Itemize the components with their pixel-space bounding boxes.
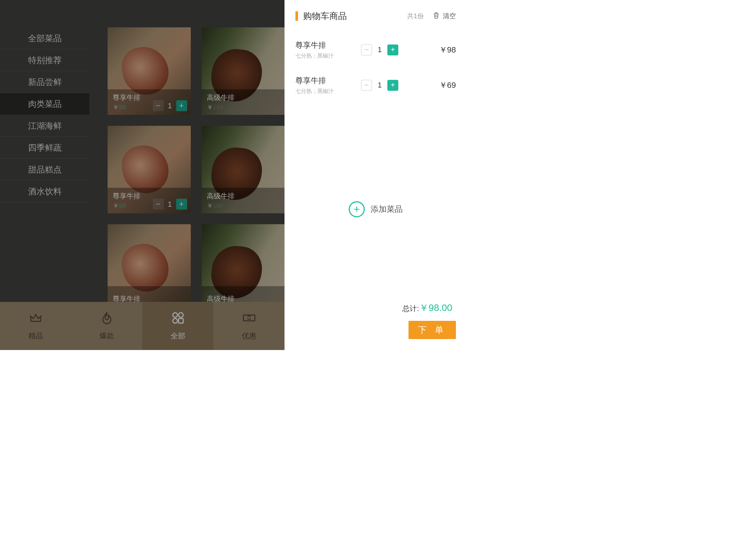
cart-item-name: 尊享牛排: [295, 40, 361, 50]
bottom-nav-hot[interactable]: 爆款: [71, 302, 142, 350]
svg-point-1: [178, 313, 183, 318]
sidebar-item-drinks[interactable]: 酒水饮料: [0, 180, 89, 202]
order-label: 下 单: [418, 324, 447, 336]
category-sidebar: 全部菜品 特别推荐 新品尝鲜 肉类菜品 江湖海鲜 四季鲜蔬 甜品糕点 酒水饮料: [0, 0, 89, 302]
sidebar-item-label: 四季鲜蔬: [28, 143, 62, 152]
sidebar-item-label: 江湖海鲜: [28, 121, 62, 131]
bottom-nav-label: 优惠: [242, 331, 256, 341]
cart-item-name: 尊享牛排: [295, 75, 361, 86]
ticket-icon: [242, 311, 256, 327]
cart-item-price: ￥69: [439, 80, 456, 91]
dish-plus-button[interactable]: +: [176, 100, 187, 111]
cart-item-list: 尊享牛排 七分熟；黑椒汁 − 1 + ￥98 尊享牛排 七分熟；黑椒汁 − 1: [285, 28, 467, 106]
add-dish-label: 添加菜品: [371, 204, 403, 215]
bottom-nav: 精品 爆款 全部 优惠: [0, 302, 285, 350]
dish-card[interactable]: 高级牛排: [202, 224, 285, 302]
bottom-nav-label: 全部: [171, 331, 185, 341]
dish-minus-button[interactable]: −: [153, 100, 164, 111]
plus-circle-icon: +: [349, 201, 365, 217]
dish-card[interactable]: 尊享牛排 ￥98 − 1 +: [108, 27, 191, 115]
cart-panel: 购物车商品 共1份 清空 尊享牛排 七分熟；黑椒汁 − 1 + ￥98: [285, 0, 467, 350]
accent-bar: [295, 11, 298, 21]
svg-point-0: [173, 313, 177, 318]
dish-plus-button[interactable]: +: [176, 199, 187, 210]
dish-footer: 尊享牛排 ￥98 − 1 +: [108, 89, 191, 115]
dish-name: 高级牛排: [207, 294, 280, 302]
sidebar-item-featured[interactable]: 特别推荐: [0, 49, 89, 71]
cart-qty: 1: [377, 46, 382, 54]
bottom-nav-label: 爆款: [100, 331, 114, 341]
bottom-nav-all[interactable]: 全部: [142, 302, 213, 350]
cart-item: 尊享牛排 七分熟；黑椒汁 − 1 + ￥69: [295, 67, 456, 103]
cart-item-price: ￥98: [439, 44, 456, 55]
cart-total: 总计:￥98.00: [402, 302, 467, 314]
sidebar-item-label: 全部菜品: [28, 34, 62, 43]
cart-item-options: 七分熟；黑椒汁: [295, 52, 361, 59]
cart-qty: 1: [377, 81, 382, 89]
svg-point-2: [173, 319, 177, 323]
cart-plus-button[interactable]: +: [387, 80, 398, 91]
sidebar-item-seafood[interactable]: 江湖海鲜: [0, 115, 89, 137]
sidebar-item-label: 酒水饮料: [28, 187, 62, 196]
grid-icon: [171, 311, 185, 327]
sidebar-item-label: 肉类菜品: [28, 99, 62, 109]
dish-qty: 1: [167, 200, 173, 209]
svg-rect-3: [178, 319, 183, 323]
cart-minus-button[interactable]: −: [361, 80, 372, 91]
menu-pane: 全部菜品 特别推荐 新品尝鲜 肉类菜品 江湖海鲜 四季鲜蔬 甜品糕点 酒水饮料 …: [0, 0, 285, 350]
flame-icon: [100, 311, 114, 327]
cart-plus-button[interactable]: +: [387, 44, 398, 55]
total-amount: ￥98.00: [419, 302, 452, 313]
sidebar-item-label: 甜品糕点: [28, 165, 62, 174]
sidebar-item-label: 新品尝鲜: [28, 77, 62, 87]
dish-minus-button[interactable]: −: [153, 199, 164, 210]
sidebar-item-veg[interactable]: 四季鲜蔬: [0, 137, 89, 159]
cart-header: 购物车商品 共1份 清空: [285, 0, 467, 28]
sidebar-item-dessert[interactable]: 甜品糕点: [0, 159, 89, 180]
cart-footer: 总计:￥98.00 下 单: [285, 302, 467, 350]
total-label: 总计:: [402, 304, 419, 312]
cart-item: 尊享牛排 七分熟；黑椒汁 − 1 + ￥98: [295, 32, 456, 67]
dish-qty: 1: [167, 102, 173, 110]
dish-card[interactable]: 尊享牛排 ￥98 − 1 +: [108, 126, 191, 213]
add-dish-button[interactable]: + 添加菜品: [285, 201, 467, 217]
place-order-button[interactable]: 下 单: [409, 321, 456, 339]
sidebar-item-all[interactable]: 全部菜品: [0, 27, 89, 49]
trash-icon: [433, 11, 440, 21]
cart-minus-button[interactable]: −: [361, 44, 372, 55]
dish-name: 高级牛排: [207, 93, 280, 102]
dish-card[interactable]: 尊享牛排: [108, 224, 191, 302]
dish-card[interactable]: 高级牛排 ￥199: [202, 27, 285, 115]
dish-grid[interactable]: 尊享牛排 ￥98 − 1 + 高级牛排: [89, 0, 285, 302]
dish-name: 高级牛排: [207, 191, 280, 201]
dish-price: ￥199: [207, 103, 280, 112]
dish-name: 尊享牛排: [113, 294, 186, 302]
bottom-nav-deals[interactable]: 优惠: [213, 302, 285, 350]
cart-count-label: 共1份: [407, 12, 424, 20]
dish-price: ￥190: [207, 202, 280, 210]
bottom-nav-premium[interactable]: 精品: [0, 302, 71, 350]
dish-card[interactable]: 高级牛排 ￥190: [202, 126, 285, 213]
bottom-nav-label: 精品: [28, 331, 43, 341]
clear-label: 清空: [443, 12, 456, 20]
sidebar-item-meat[interactable]: 肉类菜品: [0, 93, 89, 115]
clear-cart-button[interactable]: 清空: [433, 11, 456, 21]
sidebar-item-label: 特别推荐: [28, 55, 62, 65]
sidebar-item-new[interactable]: 新品尝鲜: [0, 71, 89, 93]
cart-title: 购物车商品: [303, 10, 347, 22]
crown-icon: [29, 311, 43, 327]
cart-item-options: 七分熟；黑椒汁: [295, 88, 361, 95]
